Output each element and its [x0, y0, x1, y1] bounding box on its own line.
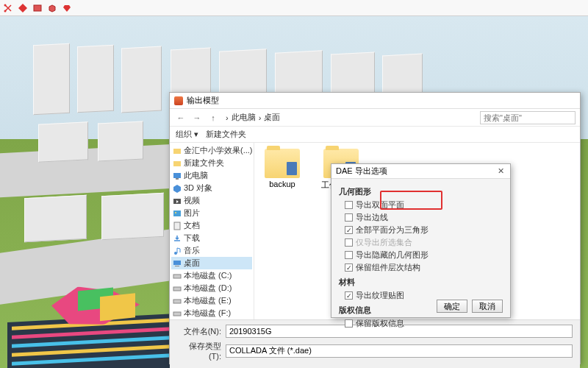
svg-point-1 [4, 10, 7, 12]
scissors-icon[interactable] [3, 3, 13, 13]
nav-row: ← → ↑ ›此电脑›桌面 [170, 109, 580, 127]
export-dialog-title: 输出模型 [187, 95, 219, 106]
export-dialog-title-bar: 输出模型 [170, 93, 580, 109]
checkbox-icon [345, 251, 353, 259]
svg-rect-12 [173, 261, 181, 265]
options-title: DAE 导出选项 [336, 166, 387, 177]
svg-rect-6 [176, 178, 179, 180]
option-checkbox-row[interactable]: 导出边线 [339, 211, 503, 224]
search-input[interactable] [480, 111, 576, 124]
svg-point-9 [175, 212, 176, 213]
tree-item[interactable]: 本地磁盘 (D:) [171, 282, 252, 294]
gem-icon[interactable] [62, 3, 72, 13]
option-checkbox-row[interactable]: 保留版权信息 [339, 317, 503, 330]
folder-tree[interactable]: 金汇中小学效果(...)新建文件夹此电脑3D 对象视频图片文档下载音乐桌面本地磁… [170, 143, 254, 319]
app-window: 输出模型 ← → ↑ ›此电脑›桌面 组织 ▾ 新建文件夹 金汇中小学效果(..… [0, 0, 588, 368]
diamond-icon[interactable] [18, 3, 28, 13]
options-cancel-button[interactable]: 取消 [472, 300, 503, 313]
main-toolbar [0, 0, 588, 16]
checkbox-icon: ✓ [345, 226, 353, 234]
close-icon[interactable]: ✕ [495, 166, 506, 177]
nav-back-icon[interactable]: ← [174, 111, 187, 124]
filetype-select[interactable] [226, 344, 573, 358]
nav-fwd-icon[interactable]: → [190, 111, 204, 124]
option-checkbox-row[interactable]: 导出隐藏的几何图形 [339, 249, 503, 261]
svg-rect-5 [173, 173, 181, 178]
dae-options-dialog: DAE 导出选项 ✕ 几何图形导出双面平面导出边线✓全部平面分为三角形仅导出所选… [331, 163, 511, 318]
organize-menu[interactable]: 组织 ▾ [176, 129, 198, 140]
svg-point-11 [174, 252, 177, 255]
svg-rect-17 [173, 312, 181, 316]
checkbox-icon [345, 213, 353, 222]
tree-item[interactable]: 本地磁盘 (E:) [171, 294, 252, 307]
tree-item[interactable]: 本地磁盘 (C:) [171, 269, 252, 282]
cube-icon[interactable] [47, 3, 57, 13]
checkbox-icon [345, 201, 353, 209]
svg-rect-3 [173, 149, 181, 154]
section-header: 材料 [339, 277, 503, 288]
nav-up-icon[interactable]: ↑ [207, 111, 220, 124]
option-checkbox-row[interactable]: ✓全部平面分为三角形 [339, 224, 503, 236]
options-title-bar: DAE 导出选项 ✕ [331, 164, 510, 179]
svg-rect-2 [34, 5, 41, 11]
svg-point-0 [4, 4, 7, 6]
new-folder-button[interactable]: 新建文件夹 [206, 129, 246, 140]
filetype-label: 保存类型(T): [177, 341, 221, 361]
section-header: 几何图形 [339, 186, 503, 197]
toolbar-row: 组织 ▾ 新建文件夹 [170, 127, 580, 143]
tree-item[interactable]: 3D 对象 [171, 182, 252, 194]
tree-item[interactable]: 视频 [171, 194, 252, 207]
svg-rect-10 [174, 222, 180, 230]
svg-rect-16 [173, 300, 181, 303]
app-icon [174, 96, 183, 105]
option-checkbox-row: 仅导出所选集合 [339, 236, 503, 249]
checkbox-icon: ✓ [345, 291, 353, 300]
option-checkbox-row[interactable]: ✓保留组件层次结构 [339, 261, 503, 274]
folder-item[interactable]: backup [260, 149, 304, 188]
tree-item[interactable]: 文档 [171, 219, 252, 232]
tree-item[interactable]: 音乐 [171, 244, 252, 257]
checkbox-icon: ✓ [345, 263, 353, 272]
svg-rect-13 [175, 266, 179, 266]
checkbox-icon [345, 238, 353, 247]
tree-item[interactable]: 本地磁盘 (F:) [171, 307, 252, 319]
tree-item[interactable]: 图片 [171, 207, 252, 219]
tree-item[interactable]: 新建文件夹 [171, 157, 252, 169]
tree-item[interactable]: 桌面 [171, 257, 252, 269]
filename-label: 文件名(N): [177, 326, 221, 337]
breadcrumb[interactable]: ›此电脑›桌面 [223, 112, 477, 123]
svg-rect-15 [173, 287, 181, 291]
options-ok-button[interactable]: 确定 [437, 300, 467, 313]
tree-item[interactable]: 下载 [171, 232, 252, 244]
svg-rect-8 [173, 210, 181, 216]
box-icon[interactable] [32, 3, 43, 13]
tree-item[interactable]: 金汇中小学效果(...) [171, 144, 252, 157]
checkbox-icon [345, 319, 353, 328]
svg-rect-14 [173, 275, 181, 278]
tree-item[interactable]: 此电脑 [171, 169, 252, 182]
option-checkbox-row[interactable]: 导出双面平面 [339, 199, 503, 211]
svg-rect-4 [173, 161, 181, 166]
